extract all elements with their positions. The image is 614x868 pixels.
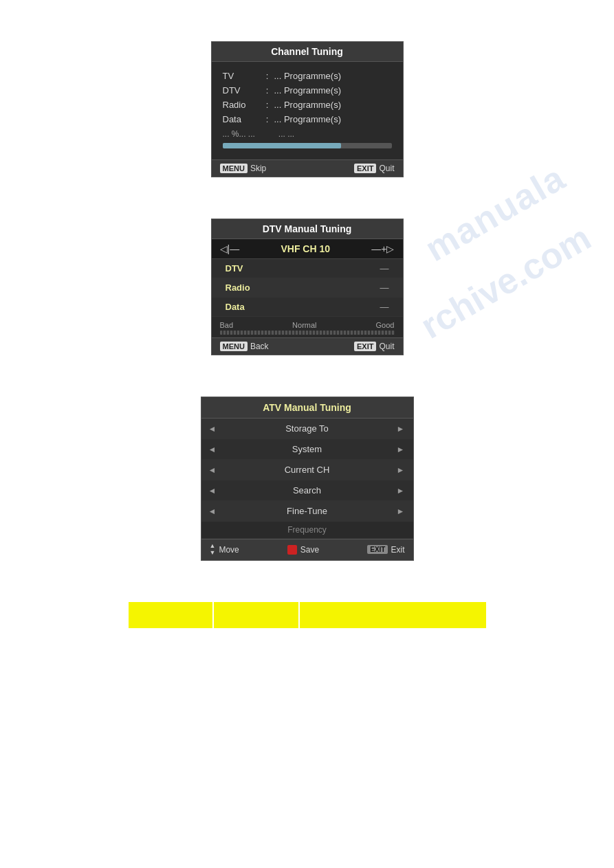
quit-label: Quit — [379, 164, 394, 173]
dtv-colon: : — [261, 85, 274, 96]
dtv-manual-tuning-dialog: DTV Manual Tuning ◁|— VHF CH 10 —+▷ DTV … — [211, 219, 404, 355]
progress-text2: ... ... — [278, 129, 294, 139]
dtv-quit-label: Quit — [379, 342, 394, 351]
atv-storage-row[interactable]: ◄ Storage To ► — [201, 419, 413, 439]
atv-footer: ▲▼ Move Save EXIT Exit — [201, 539, 413, 560]
dtv-item-value-dtv: — — [380, 263, 389, 274]
atv-storage-left-icon: ◄ — [208, 424, 218, 434]
atv-finetune-label: Fine-Tune — [218, 506, 397, 516]
atv-exit-label: Exit — [391, 545, 404, 555]
dtv-right-arrow-icon: —+▷ — [371, 243, 394, 254]
dtv-menu-back-btn[interactable]: MENU Back — [220, 342, 269, 351]
atv-search-right-icon: ► — [397, 486, 406, 496]
progress-text: ... %... ... — [223, 129, 255, 139]
atv-finetune-row[interactable]: ◄ Fine-Tune ► — [201, 501, 413, 522]
red-square-icon — [287, 545, 297, 555]
channel-tuning-dialog: Channel Tuning TV : ... Programme(s) DTV… — [211, 41, 404, 177]
exit-box: EXIT — [354, 164, 376, 173]
dtv-label: DTV — [223, 85, 261, 96]
radio-row: Radio : ... Programme(s) — [223, 98, 392, 112]
atv-system-right-icon: ► — [397, 445, 406, 454]
dtv-normal-label: Normal — [292, 321, 316, 329]
progress-bar-container — [223, 140, 392, 154]
dtv-item-data: Data — — [212, 298, 403, 317]
dtv-item-dtv: DTV — — [212, 259, 403, 278]
dtv-item-radio: Radio — — [212, 278, 403, 298]
progress-bar-fill — [223, 143, 341, 148]
atv-currentch-row[interactable]: ◄ Current CH ► — [201, 460, 413, 480]
menu-box: MENU — [220, 164, 248, 173]
channel-tuning-body: TV : ... Programme(s) DTV : ... Programm… — [212, 62, 403, 159]
atv-currentch-left-icon: ◄ — [208, 465, 218, 475]
dtv-signal-labels: Bad Normal Good — [220, 321, 395, 329]
channel-tuning-footer: MENU Skip EXIT Quit — [212, 159, 403, 177]
data-value: ... Programme(s) — [274, 114, 342, 124]
dtv-item-label-dtv: DTV — [226, 263, 243, 274]
data-colon: : — [261, 114, 274, 124]
atv-exit-box: EXIT — [367, 545, 388, 554]
bottom-bar-cell-3 — [300, 602, 485, 628]
tv-label: TV — [223, 71, 261, 81]
atv-storage-label: Storage To — [218, 423, 397, 434]
tv-value: ... Programme(s) — [274, 71, 342, 81]
exit-quit-btn[interactable]: EXIT Quit — [354, 164, 394, 173]
progress-bar-bg — [223, 143, 392, 148]
atv-manual-tuning-dialog: ATV Manual Tuning ◄ Storage To ► ◄ Syste… — [201, 397, 414, 561]
radio-label: Radio — [223, 100, 261, 110]
dtv-exit-box: EXIT — [354, 342, 376, 351]
dtv-channel-label: VHF CH 10 — [281, 243, 330, 254]
atv-frequency-label: Frequency — [287, 525, 327, 535]
dtv-left-arrow-icon: ◁|— — [220, 243, 240, 254]
bottom-bar-cell-2 — [214, 602, 300, 628]
dtv-item-value-data: — — [380, 302, 389, 312]
dtv-menu-box: MENU — [220, 342, 248, 351]
atv-move-label: Move — [219, 545, 239, 555]
dtv-signal-section: Bad Normal Good — [212, 317, 403, 337]
atv-system-label: System — [218, 444, 397, 454]
dtv-item-value-radio: — — [380, 282, 389, 293]
atv-finetune-left-icon: ◄ — [208, 507, 218, 516]
atv-frequency-row: Frequency — [201, 522, 413, 539]
atv-save-btn[interactable]: Save — [287, 545, 319, 555]
channel-tuning-title: Channel Tuning — [212, 42, 403, 62]
dtv-good-label: Good — [376, 321, 395, 329]
menu-skip-btn[interactable]: MENU Skip — [220, 164, 267, 173]
atv-system-left-icon: ◄ — [208, 445, 218, 454]
atv-title: ATV Manual Tuning — [201, 397, 413, 419]
atv-search-row[interactable]: ◄ Search ► — [201, 480, 413, 501]
dtv-exit-quit-btn[interactable]: EXIT Quit — [354, 342, 394, 351]
progress-text-row: ... %... ... ... ... — [223, 126, 392, 140]
bottom-bar-cell-1 — [129, 602, 215, 628]
atv-currentch-right-icon: ► — [397, 465, 406, 475]
bottom-bar — [129, 602, 486, 628]
atv-storage-right-icon: ► — [397, 424, 406, 434]
dtv-back-label: Back — [250, 342, 269, 351]
atv-currentch-label: Current CH — [218, 465, 397, 475]
dtv-title: DTV Manual Tuning — [212, 219, 403, 239]
tv-colon: : — [261, 71, 274, 81]
atv-search-left-icon: ◄ — [208, 486, 218, 496]
skip-label: Skip — [250, 164, 266, 173]
move-arrows-icon: ▲▼ — [210, 543, 216, 557]
dtv-item-label-radio: Radio — [226, 282, 250, 293]
dtv-footer: MENU Back EXIT Quit — [212, 337, 403, 355]
radio-colon: : — [261, 100, 274, 110]
dtv-signal-bar — [220, 331, 395, 335]
data-row: Data : ... Programme(s) — [223, 112, 392, 126]
atv-finetune-right-icon: ► — [397, 507, 406, 516]
dtv-value: ... Programme(s) — [274, 85, 342, 96]
data-label: Data — [223, 114, 261, 124]
atv-exit-btn[interactable]: EXIT Exit — [367, 545, 404, 555]
dtv-row: DTV : ... Programme(s) — [223, 83, 392, 98]
atv-move-btn[interactable]: ▲▼ Move — [210, 543, 239, 557]
radio-value: ... Programme(s) — [274, 100, 342, 110]
atv-system-row[interactable]: ◄ System ► — [201, 439, 413, 460]
atv-search-label: Search — [218, 485, 397, 496]
dtv-channel-row[interactable]: ◁|— VHF CH 10 —+▷ — [212, 239, 403, 259]
atv-save-label: Save — [300, 545, 319, 555]
dtv-item-label-data: Data — [226, 302, 245, 312]
dtv-bad-label: Bad — [220, 321, 234, 329]
page: Channel Tuning TV : ... Programme(s) DTV… — [0, 0, 614, 656]
tv-row: TV : ... Programme(s) — [223, 69, 392, 83]
